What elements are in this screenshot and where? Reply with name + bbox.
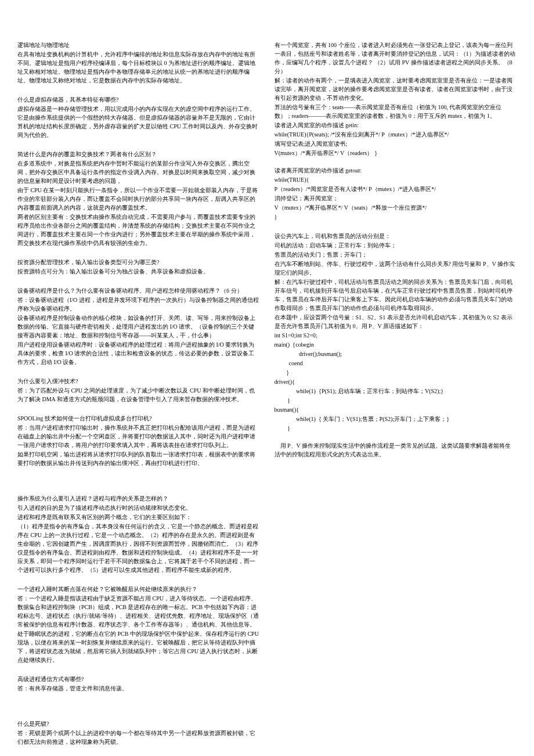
code-line: driver();busman(); [275, 350, 517, 358]
right-column: 有一个阅览室，共有 100 个座位，读者进入时必须先在一张登记表上登记，该表为每… [275, 41, 517, 756]
heading: 逻辑地址与物理地址 [17, 41, 260, 49]
code-line: V(mutex）/*离开临界区*/ V（readers） ｝ [275, 149, 517, 157]
code-line: busman(){ [275, 405, 517, 414]
paragraph: 答：设备驱动进程（I/O 进程，进程是并发环境下程序的一次执行）与设备控制器之间… [17, 296, 260, 313]
paragraph: 由于 CPU 在某一时刻只能执行一条指令，所以一个作业不需要一开始就全部装入内存… [17, 186, 260, 212]
code-line: } [275, 213, 517, 221]
heading: SPOOLing 技术如何使一台打印机虚拟成多台打印机? [17, 414, 260, 423]
paragraph: 两者的区别主要有：交换技术由操作系统自动完成，不需要用户参与，而覆盖技术需要专业… [17, 213, 260, 247]
paragraph: 解：在汽车行驶过程中，司机活动与售票员活动之间的同步关系为：售票员关车门后，向司… [275, 278, 517, 312]
code-line: coend [275, 359, 517, 368]
section-spooling: SPOOLing 技术如何使一台打印机虚拟成多台打印机? 答：当用户进程请求打印… [17, 414, 260, 467]
heading: 为什么要引入缓冲技术? [17, 377, 260, 386]
paragraph: 算法的信号量有三个：seats——表示阅览室是否有座位（初值为 100, 代表阅… [275, 103, 517, 120]
paragraph: 有一个阅览室，共有 100 个座位，读者进入时必须先在一张登记表上登记，该表为每… [275, 41, 517, 75]
paragraph: 在多道系统中，对换是指系统把内存中暂时不能运行的某部分作业写入外存交换区，腾出空… [17, 159, 260, 185]
paragraph: 读者离开阅览室的动作描述 getout: [275, 166, 517, 175]
section-bus-driver: 设公共汽车上，司机和售票员的活动分别是： 司机的活动：启动车辆；正常行车；到站停… [275, 232, 517, 459]
paragraph: 解：读者的动作有两个，一是填表进入阅览室，这时要考虑阅览室里是否有座位：一是读者… [275, 76, 517, 102]
code-line: 消掉登记；离开阅览室； [275, 194, 517, 203]
paragraph: 引入进程的目的是为了描述程序动态执行时的活动规律和状态变化。 [17, 503, 260, 512]
heading: 按资源分配管理技术，输入输出设备类型可分为哪三类? [17, 258, 260, 267]
section-virtual-memory: 什么是虚拟存储器，其基本特征有哪些? 虚拟存储器是一种存储管理技术，用以完成用小… [17, 95, 260, 139]
section-overlay-swap: 简述什么是内存的覆盖和交换技术？两者有什么区别？ 在多道系统中，对换是指系统把内… [17, 150, 260, 247]
code-line: while(TRUE){P(seats); /*没有座位则离开*/ P（mute… [275, 130, 517, 139]
section-process-sleep: 一个进程入睡时其断点落在何处？它被唤醒后从何处继续原来的执行？ 答：一个进程入睡… [17, 585, 260, 664]
paragraph: 读者进入阅览室的动作描述 getin: [275, 121, 517, 129]
heading: 高级进程通信方式有哪些? [17, 675, 260, 683]
code-line: P（readers）/*阅览室是否有人读书*/ P（mutex）/*进入临界区*… [275, 185, 517, 193]
paragraph: 虚拟存储器是一种存储管理技术，用以完成用小的内存实现在大的虚空间中程序的运行工作… [17, 105, 260, 139]
section-process-intro: 操作系统为什么要引入进程？进程与程序的关系是怎样的？ 引入进程的目的是为了描述程… [17, 494, 260, 574]
paragraph: 售票员的活动关门；售票；开车门； [275, 250, 517, 259]
paragraph: 司机的活动：启动车辆；正常行车；到站停车； [275, 241, 517, 250]
paragraph: 在汽车不断地到站、停车、行驶过程中，这两个活动有什么同步关系? 用信号量和 P、… [275, 260, 517, 277]
section-device-driver: 设备驱动程序是什么？为什么要有设备驱动程序。用户进程怎样使用驱动程序？（6 分）… [17, 286, 260, 366]
heading: 设备驱动程序是什么？为什么要有设备驱动程序。用户进程怎样使用驱动程序？（6 分） [17, 286, 260, 295]
code-line: int S1=0;int S2=0; [275, 331, 517, 340]
paragraph: 在具有地址变换机构的计算机中，允许程序中编排的地址和信息实际存放在内存中的地址有… [17, 50, 260, 85]
section-deadlock: 什么是死锁? 答：死锁是两个或两个以上的进程中的每一个都在等待其中另一个进程释放… [17, 719, 260, 746]
paragraph: 设备驱动程序是控制设备动作的核心模块，如设备的打开、关闭、读、写等，用来控制设备… [17, 314, 260, 340]
paragraph: 如果打印机空闲，输出进程将从请求打印队列的队首取出一张请求打印表，根据表中的要求… [17, 450, 260, 467]
code-line: V（mutex）/*离开临界区*/ V（seats）/*释放一个座位资源*/ [275, 203, 517, 212]
paragraph: 按资源特点可分为：输入输出设备可分为独占设备、共享设备和虚拟设备。 [17, 267, 260, 276]
paragraph: 答：有共享存储器，管道文件和消息传递。 [17, 684, 260, 693]
paragraph: （1）程序是指令的有序集合，其本身没有任何运行的含义，它是一个静态的概念。而进程… [17, 522, 260, 574]
code-line: driver(){ [275, 377, 517, 386]
code-line: while(1)｛ 关车门；V(S1);售票；P(S2);开车门；上下乘客；} [275, 415, 517, 423]
heading: 简述什么是内存的覆盖和交换技术？两者有什么区别？ [17, 150, 260, 159]
heading: 一个进程入睡时其断点落在何处？它被唤醒后从何处继续原来的执行？ [17, 585, 260, 593]
paragraph: 在本题中，应设置两个信号量：S1、S2。S1 表示是否允许司机启动汽车，其初值为… [275, 313, 517, 330]
code-line: main()｛cobegin [275, 340, 517, 349]
heading: 什么是死锁? [17, 719, 260, 728]
heading: 什么是虚拟存储器，其基本特征有哪些? [17, 95, 260, 104]
left-column: 逻辑地址与物理地址 在具有地址变换机构的计算机中，允许程序中编排的地址和信息实际… [17, 41, 260, 756]
paragraph: 答：当用户进程请求打印输出时，操作系统并不真正把打印机分配给该用户进程，而是为进… [17, 423, 260, 449]
paragraph: 用 P、V 操作来控制现实生活中的操作流程是一类常见的试题。这类试题要求解题者能… [275, 441, 517, 459]
section-ipc: 高级进程通信方式有哪些? 答：有共享存储器，管道文件和消息传递。 [17, 675, 260, 693]
paragraph: 答：一个进程入睡是指该进程由于缺乏资源不能占用 CPU，进入等待状态。一个进程由… [17, 594, 260, 629]
paragraph: 进程和程序是既有联系又有区别的两个概念，它们的主要区别如下： [17, 513, 260, 521]
paragraph: 答：死锁是两个或两个以上的进程中的每一个都在等待其中另一个进程释放资源而被封锁，… [17, 729, 260, 746]
paragraph: 答：为了匹配外设与 CPU 之间的处理速度，为了减少中断次数以及 CPU 和中断… [17, 386, 260, 404]
paragraph: 设公共汽车上，司机和售票员的活动分别是： [275, 232, 517, 240]
paragraph: 处于睡眠状态的进程，它的断点在它的 PCB 中的现场保护区中保护起来。保存程序运… [17, 629, 260, 664]
section-reading-room: 有一个阅览室，共有 100 个座位，读者进入时必须先在一张登记表上登记，该表为每… [275, 41, 517, 221]
section-buffer: 为什么要引入缓冲技术? 答：为了匹配外设与 CPU 之间的处理速度，为了减少中断… [17, 377, 260, 404]
code-line: 填写登记表;进入阅览室读书; [275, 139, 517, 148]
code-line: while(1)｛P(S1); 启动车辆；正常行车；到站停车；V(S2);｝ [275, 387, 517, 395]
heading: 操作系统为什么要引入进程？进程与程序的关系是怎样的？ [17, 494, 260, 503]
section-logical-physical-address: 逻辑地址与物理地址 在具有地址变换机构的计算机中，允许程序中编排的地址和信息实际… [17, 41, 260, 85]
code-line: while(TRUE){ [275, 175, 517, 184]
code-line: } [275, 424, 517, 433]
paragraph: 用户进程使用设备驱动程序时：设备驱动程序的处理过程：将用户进程抽象的 I/O 要… [17, 340, 260, 366]
section-io-device-types: 按资源分配管理技术，输入输出设备类型可分为哪三类? 按资源特点可分为：输入输出设… [17, 258, 260, 276]
code-line: ｝ [275, 368, 517, 377]
code-line: } [275, 396, 517, 405]
